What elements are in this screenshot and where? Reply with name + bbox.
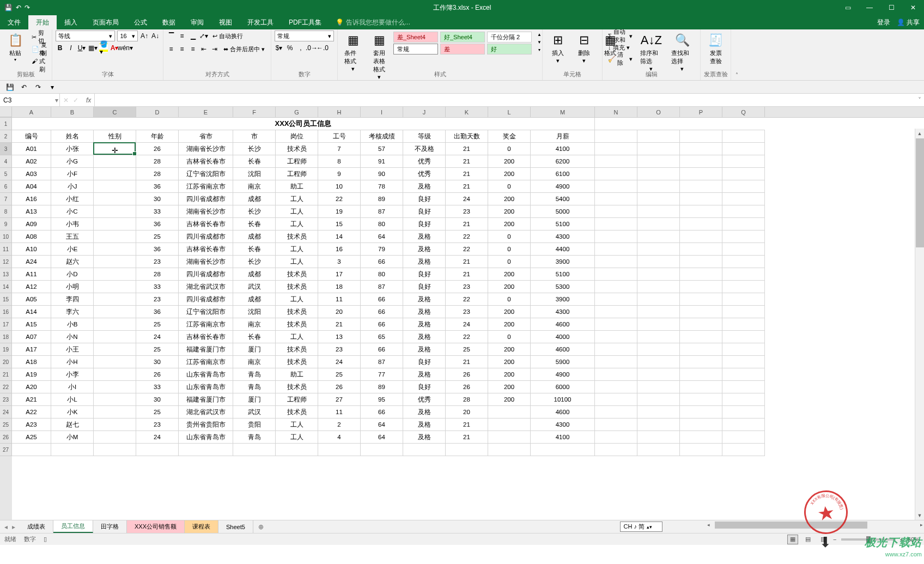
cell[interactable]: 9 [318, 168, 361, 180]
cell[interactable]: A08 [12, 231, 51, 243]
accounting-format-icon[interactable]: $▾ [275, 44, 283, 52]
cell[interactable]: 21 [318, 318, 361, 331]
cell[interactable]: 26 [318, 381, 361, 393]
cell[interactable]: 成都 [233, 231, 276, 243]
qat-save-icon[interactable]: 💾 [5, 83, 14, 92]
cell[interactable] [595, 256, 637, 268]
cell[interactable]: 四川省成都市 [179, 268, 233, 281]
cell[interactable] [637, 293, 680, 306]
cell[interactable]: 200 [488, 281, 531, 293]
insert-function-icon[interactable]: fx [86, 96, 91, 104]
qat-undo-icon[interactable]: ↶ [20, 83, 28, 92]
ribbon-tab[interactable]: 公式 [126, 15, 155, 29]
cell[interactable]: 25 [136, 406, 179, 419]
cell[interactable] [94, 393, 136, 406]
cell[interactable]: 4300 [531, 231, 595, 243]
decrease-decimal-icon[interactable]: ←.0 [318, 44, 327, 52]
cell[interactable] [722, 393, 765, 406]
cell[interactable] [94, 268, 136, 281]
cell[interactable]: 10 [318, 180, 361, 193]
cell[interactable]: 20 [446, 406, 488, 419]
cell-style-bad-sheet4[interactable]: 差_Sheet4 [393, 32, 438, 43]
cell[interactable]: 64 [361, 431, 403, 444]
cell[interactable] [595, 218, 637, 231]
cell[interactable]: A17 [12, 343, 51, 356]
delete-cells-button[interactable]: ⊟删除▾ [572, 31, 596, 65]
cell[interactable]: 25 [136, 343, 179, 356]
cell[interactable]: 65 [361, 331, 403, 343]
cell[interactable] [446, 444, 488, 456]
cell[interactable]: 湖南省长沙市 [179, 205, 233, 218]
cell[interactable] [637, 143, 680, 155]
qat-redo-icon[interactable]: ↷ [34, 83, 42, 92]
cell[interactable] [637, 231, 680, 243]
cell[interactable] [722, 293, 765, 306]
cell[interactable]: 200 [488, 218, 531, 231]
align-center-icon[interactable]: ≡ [178, 45, 186, 53]
cell[interactable]: 优秀 [403, 168, 446, 180]
cell[interactable]: 武汉 [233, 281, 276, 293]
cell[interactable]: 技术员 [276, 356, 318, 368]
cell[interactable]: 市 [233, 130, 276, 143]
column-header[interactable]: N [595, 107, 637, 117]
cell[interactable]: A20 [12, 381, 51, 393]
cell[interactable]: 小张 [51, 143, 94, 155]
cell[interactable] [276, 444, 318, 456]
cell[interactable]: 长春 [233, 331, 276, 343]
cell[interactable] [595, 293, 637, 306]
cell[interactable] [595, 268, 637, 281]
cell[interactable]: 青岛 [233, 381, 276, 393]
cell[interactable]: 8 [318, 155, 361, 168]
cell[interactable]: 小K [51, 406, 94, 419]
cell[interactable] [595, 231, 637, 243]
cell[interactable]: 14 [318, 231, 361, 243]
cell[interactable]: 91 [361, 155, 403, 168]
align-top-icon[interactable]: ▔ [167, 32, 175, 40]
row-header[interactable]: 14 [0, 281, 12, 293]
cell[interactable] [680, 343, 722, 356]
row-header[interactable]: 12 [0, 256, 12, 268]
align-left-icon[interactable]: ≡ [167, 45, 175, 53]
login-link[interactable]: 登录 [877, 18, 890, 27]
cell[interactable] [179, 444, 233, 456]
cell[interactable]: 湖北省武汉市 [179, 406, 233, 419]
cell[interactable] [680, 180, 722, 193]
cell[interactable] [680, 281, 722, 293]
cell[interactable]: 技术员 [276, 268, 318, 281]
cell[interactable]: 成都 [233, 268, 276, 281]
cell[interactable]: 4000 [531, 331, 595, 343]
cell[interactable]: 年龄 [136, 130, 179, 143]
cell[interactable] [136, 444, 179, 456]
cell[interactable] [595, 130, 637, 143]
sheet-tab[interactable]: 员工信息 [53, 520, 93, 533]
cell[interactable]: 21 [446, 180, 488, 193]
cell[interactable] [637, 130, 680, 143]
row-header[interactable]: 7 [0, 193, 12, 205]
cell[interactable]: 66 [361, 306, 403, 318]
cell[interactable]: 良好 [403, 356, 446, 368]
cell[interactable]: 小王 [51, 343, 94, 356]
cell[interactable]: A23 [12, 419, 51, 431]
ribbon-tab[interactable]: PDF工具集 [281, 15, 329, 29]
cell[interactable] [94, 293, 136, 306]
cell[interactable]: 5100 [531, 218, 595, 231]
cell[interactable]: 5400 [531, 193, 595, 205]
merge-center-button[interactable]: ⬌ 合并后居中 ▾ [221, 44, 267, 54]
cell[interactable]: 技术员 [276, 318, 318, 331]
column-header[interactable]: D [136, 107, 179, 117]
zoom-slider[interactable] [841, 538, 896, 541]
select-all-cell[interactable] [0, 107, 12, 117]
cell[interactable]: A15 [12, 318, 51, 331]
cell[interactable]: 15 [318, 218, 361, 231]
cell[interactable]: 66 [361, 406, 403, 419]
number-format-combo[interactable]: 常规▾ [275, 31, 334, 41]
phonetic-icon[interactable]: wén▾ [121, 44, 130, 52]
row-header[interactable]: 18 [0, 331, 12, 343]
cell[interactable]: 23 [318, 343, 361, 356]
sort-filter-button[interactable]: A↓Z排序和筛选▾ [637, 31, 666, 74]
cell[interactable] [637, 180, 680, 193]
cell[interactable]: 22 [446, 293, 488, 306]
expand-formula-bar-icon[interactable]: ˅ [915, 94, 924, 106]
row-header[interactable]: 22 [0, 381, 12, 393]
cell[interactable]: 四川省成都市 [179, 231, 233, 243]
